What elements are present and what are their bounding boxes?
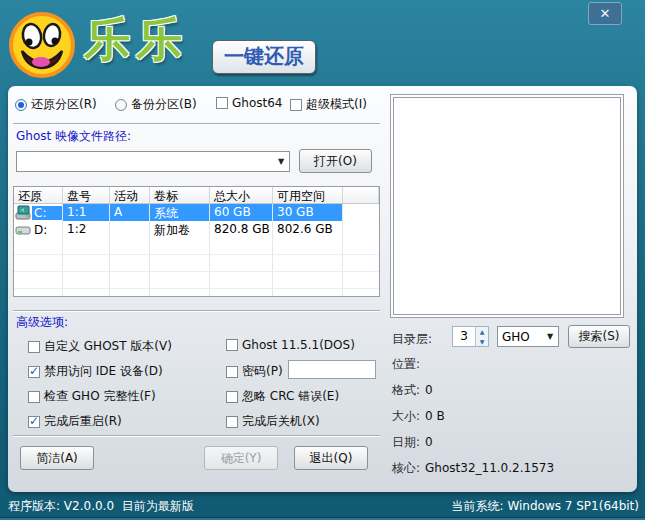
ghost64-checkbox[interactable]: Ghost64: [216, 96, 282, 110]
col-disk[interactable]: 盘号: [63, 187, 110, 203]
ghost64-label: Ghost64: [232, 96, 282, 110]
main-panel: 还原分区(R) 备份分区(B) Ghost64 超级模式(I) Ghost 映像…: [8, 86, 637, 492]
ghost-path-label: Ghost 映像文件路径:: [16, 128, 131, 145]
restore-partition-radio[interactable]: 还原分区(R): [15, 96, 97, 113]
image-file-listbox[interactable]: [390, 94, 624, 318]
close-icon[interactable]: ✕: [588, 2, 622, 25]
password-checkbox[interactable]: 密码(P): [226, 363, 283, 380]
backup-partition-label: 备份分区(B): [131, 96, 197, 113]
restore-partition-label: 还原分区(R): [31, 96, 97, 113]
drive-icon: [15, 222, 32, 237]
checkbox-icon: [226, 339, 238, 351]
onekey-restore-badge: 一键还原: [212, 40, 316, 74]
info-location: 位置:: [392, 356, 425, 373]
smiley-logo-icon: [8, 11, 76, 79]
spin-down-icon[interactable]: ▼: [476, 337, 488, 347]
ok-button: 确定(Y): [204, 446, 278, 470]
extension-combobox[interactable]: GHO ▼: [497, 326, 559, 347]
drive-name: C:: [32, 206, 62, 220]
checkbox-checked-icon: [28, 416, 40, 428]
open-button[interactable]: 打开(O): [299, 149, 372, 173]
spin-up-icon[interactable]: ▲: [476, 327, 488, 337]
table-row-c-drive[interactable]: C: 1:1 A 系统 60 GB 30 GB: [14, 204, 379, 221]
table-header-row: 还原 盘号 活动 卷标 总大小 可用空间: [14, 187, 379, 204]
checkbox-checked-icon: [28, 366, 40, 378]
checkbox-icon: [28, 391, 40, 403]
table-empty-row: [14, 289, 379, 297]
radio-selected-icon: [15, 99, 27, 111]
depth-value: 3: [453, 327, 475, 346]
custom-ghost-version-checkbox[interactable]: 自定义 GHOST 版本(V): [28, 338, 172, 355]
divider: [13, 435, 380, 437]
advanced-options-title: 高级选项:: [16, 314, 68, 331]
checkbox-icon: [226, 391, 238, 403]
exit-button[interactable]: 退出(Q): [294, 446, 368, 470]
disable-ide-access-checkbox[interactable]: 禁用访问 IDE 设备(D): [28, 363, 163, 380]
col-active[interactable]: 活动: [110, 187, 150, 203]
super-mode-checkbox[interactable]: 超级模式(I): [290, 96, 367, 113]
checkbox-icon: [28, 341, 40, 353]
table-empty-row: [14, 272, 379, 289]
divider: [13, 310, 380, 312]
checkbox-icon: [290, 99, 302, 111]
extension-value: GHO: [498, 330, 542, 344]
checkbox-icon: [216, 97, 228, 109]
table-empty-row: [14, 238, 379, 255]
ghost-path-combobox[interactable]: ▼: [16, 151, 290, 172]
drive-restore-icon: [15, 205, 32, 220]
search-button[interactable]: 搜索(S): [568, 325, 630, 348]
radio-unselected-icon: [115, 99, 127, 111]
info-size: 大小:0 B: [392, 408, 445, 425]
chevron-down-icon[interactable]: ▼: [542, 332, 558, 341]
directory-depth-stepper[interactable]: 3 ▲ ▼: [452, 326, 489, 347]
ignore-crc-errors-checkbox[interactable]: 忽略 CRC 错误(E): [226, 388, 339, 405]
info-kernel: 核心:Ghost32_11.0.2.1573: [392, 460, 554, 477]
current-system-text: 当前系统: Windows 7 SP1(64bit): [452, 498, 639, 515]
checkbox-icon: [226, 416, 238, 428]
col-restore[interactable]: 还原: [14, 187, 63, 203]
col-label[interactable]: 卷标: [150, 187, 210, 203]
info-date: 日期:0: [392, 434, 433, 451]
info-format: 格式:0: [392, 382, 433, 399]
table-empty-row: [14, 255, 379, 272]
reboot-after-finish-checkbox[interactable]: 完成后重启(R): [28, 413, 122, 430]
col-free[interactable]: 可用空间: [273, 187, 343, 203]
directory-depth-label: 目录层:: [392, 331, 432, 348]
divider: [13, 123, 380, 125]
partition-table: 还原 盘号 活动 卷标 总大小 可用空间 C: 1:1: [13, 186, 380, 297]
chevron-down-icon[interactable]: ▼: [273, 157, 289, 166]
ghost-1151-dos-checkbox[interactable]: Ghost 11.5.1(DOS): [226, 338, 355, 352]
super-mode-label: 超级模式(I): [306, 96, 367, 113]
app-title: 乐乐: [84, 16, 188, 62]
simple-mode-button[interactable]: 简洁(A): [20, 446, 94, 470]
lele-onekey-restore-window: 乐乐 一键还原 ✕ 还原分区(R) 备份分区(B) Ghost64 超级模式(I…: [0, 0, 645, 520]
check-gho-integrity-checkbox[interactable]: 检查 GHO 完整性(F): [28, 388, 156, 405]
checkbox-icon: [226, 366, 238, 378]
password-input[interactable]: [288, 360, 376, 379]
drive-name: D:: [32, 223, 62, 237]
backup-partition-radio[interactable]: 备份分区(B): [115, 96, 197, 113]
version-status-text: 程序版本: V2.0.0.0 目前为最新版: [8, 498, 194, 515]
col-total[interactable]: 总大小: [210, 187, 273, 203]
shutdown-after-finish-checkbox[interactable]: 完成后关机(X): [226, 413, 320, 430]
table-row-d-drive[interactable]: D: 1:2 新加卷 820.8 GB 802.6 GB: [14, 221, 379, 238]
